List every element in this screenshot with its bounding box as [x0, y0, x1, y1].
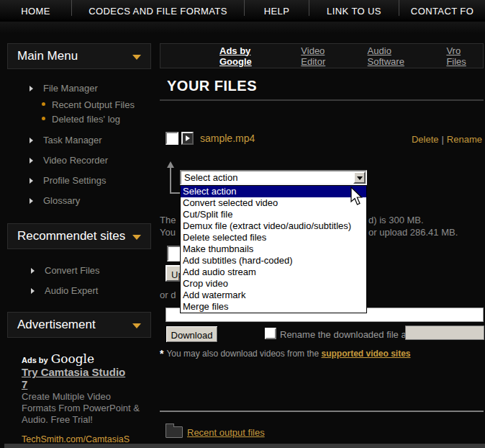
or-download-text: or d — [160, 290, 176, 300]
delete-link[interactable]: Delete — [412, 134, 439, 145]
sidebar-item-convert-files[interactable]: Convert Files — [45, 265, 100, 276]
chevron-down-icon — [132, 55, 141, 60]
sidebar-item-audio-expert[interactable]: Audio Expert — [45, 285, 98, 296]
main-menu-title: Main Menu — [17, 49, 78, 63]
upload-space-text-right: or upload 286.41 MB. — [368, 227, 458, 238]
sidebar-header-advertisement[interactable]: Advertisement — [7, 312, 151, 338]
option-add-subtitles[interactable]: Add subtitles (hard-coded) — [181, 255, 366, 266]
top-navigation: HOME CODECS AND FILE FORMATS HELP LINK T… — [0, 0, 485, 22]
arrow-right-icon — [31, 268, 35, 274]
arrow-right-icon — [30, 86, 33, 91]
option-cut-split-file[interactable]: Cut/Split file — [181, 209, 366, 220]
ad-link-video-editor[interactable]: Video Editor — [301, 45, 351, 67]
sidebar-item-task-manager[interactable]: Task Manager — [43, 135, 102, 145]
select-dropdown-button[interactable] — [353, 171, 366, 184]
advertisement-title: Advertisement — [17, 318, 96, 331]
arrow-right-icon — [30, 158, 33, 163]
sidebar-item-glossary[interactable]: Glossary — [43, 195, 80, 206]
file-row-actions: Delete|Rename — [160, 134, 482, 145]
option-crop-video[interactable]: Crop video — [181, 278, 366, 290]
ads-by-google-link[interactable]: Ads by Google — [219, 45, 285, 67]
option-make-thumbnails[interactable]: Make thumbnails — [181, 243, 366, 255]
section-divider — [160, 411, 484, 412]
option-add-audio-stream[interactable]: Add audio stream — [181, 266, 366, 278]
option-delete-selected-files[interactable]: Delete selected files — [181, 232, 366, 243]
rename-link[interactable]: Rename — [447, 134, 482, 145]
asterisk: * — [160, 348, 163, 359]
your-files-section: YOUR FILES — [160, 78, 484, 101]
nav-item-contact[interactable]: CONTACT FO — [399, 0, 485, 16]
nav-item-codecs[interactable]: CODECS AND FILE FORMATS — [72, 0, 245, 16]
arrow-right-icon — [30, 138, 33, 143]
ad-link-vro-files[interactable]: Vro Files — [446, 45, 483, 67]
action-select[interactable]: Select action — [180, 170, 367, 185]
folder-icon[interactable] — [166, 426, 183, 438]
bullet-icon — [42, 117, 45, 120]
recent-output-files-link[interactable]: Recent output files — [187, 427, 265, 438]
google-logo: Google — [51, 351, 94, 366]
ad-url-link[interactable]: TechSmith.com/CamtasiaS — [22, 434, 130, 444]
sidebar-item-deleted-files-log[interactable]: Deleted files' log — [52, 114, 120, 125]
rename-checkbox[interactable] — [265, 328, 276, 339]
nav-item-help[interactable]: HELP — [245, 0, 309, 16]
option-select-action[interactable]: Select action — [181, 186, 366, 197]
sidebar-item-profile-settings[interactable]: Profile Settings — [43, 175, 106, 186]
sidebar-header-recommended-sites[interactable]: Recommendet sites — [7, 223, 151, 249]
sidebar-item-recent-output-files[interactable]: Recent Output Files — [52, 99, 135, 110]
recommended-sites-title: Recommendet sites — [17, 229, 125, 243]
option-demux-file[interactable]: Demux file (extract video/audio/subtitle… — [181, 220, 366, 232]
nav-item-home[interactable]: HOME — [0, 0, 72, 16]
up-arrow-elbow — [170, 168, 181, 194]
option-convert-selected-video[interactable]: Convert selected video — [181, 197, 366, 209]
chevron-down-icon — [132, 235, 141, 240]
supported-video-sites-link[interactable]: supported video sites — [321, 349, 410, 359]
nav-shadow — [0, 22, 485, 33]
sidebar-header-main-menu[interactable]: Main Menu — [7, 43, 151, 69]
ads-by-label: Ads by — [22, 356, 48, 364]
ad-body-text: Create Multiple Video Formats From Power… — [22, 391, 145, 426]
ad-link-audio-software[interactable]: Audio Software — [368, 45, 431, 67]
sidebar-item-file-manager[interactable]: File Manager — [43, 83, 98, 94]
arrow-right-icon — [30, 178, 33, 184]
bullet-icon — [42, 102, 45, 106]
upload-limit-text-right: d) is 300 MB. — [368, 215, 424, 225]
google-ads-bar: Ads by Google Video Editor Audio Softwar… — [160, 43, 484, 68]
page-title: YOUR FILES — [160, 78, 484, 94]
arrow-right-icon — [31, 288, 35, 294]
window-bottom-edge — [4, 444, 485, 448]
sidebar-item-video-recorder[interactable]: Video Recorder — [43, 155, 108, 166]
upload-limit-text-left: The — [160, 215, 176, 225]
note-text: You may also download videos from the — [166, 349, 319, 359]
chevron-down-icon — [132, 323, 141, 328]
ad-title-link[interactable]: Try Camtasia Studio 7 — [22, 366, 133, 390]
arrow-right-icon — [30, 198, 33, 204]
action-separator: | — [441, 134, 443, 145]
nav-item-link-to-us[interactable]: LINK TO US — [309, 0, 399, 16]
option-merge-files[interactable]: Merge files — [181, 301, 366, 313]
rename-checkbox-label: Rename the downloaded file as — [280, 329, 411, 340]
download-button[interactable]: Download — [166, 326, 218, 343]
upload-space-text-left: You — [160, 227, 176, 238]
note-line: *You may also download videos from the s… — [160, 348, 411, 359]
rename-filename-input[interactable] — [405, 326, 484, 340]
ads-by-google-logo: Ads byGoogle — [22, 351, 94, 366]
option-add-watermark[interactable]: Add watermark — [181, 290, 366, 301]
up-arrow-icon — [167, 161, 174, 168]
action-option-list: Select action Convert selected video Cut… — [180, 185, 367, 313]
selected-action-label: Select action — [184, 172, 237, 183]
